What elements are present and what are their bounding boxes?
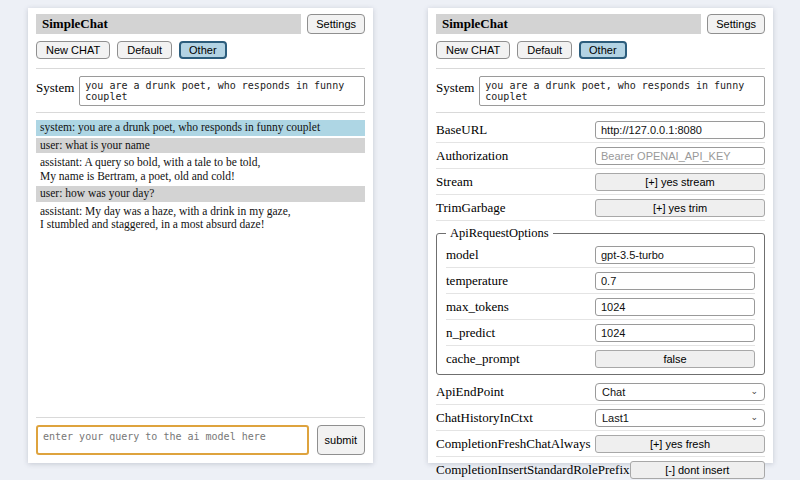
divider	[36, 417, 365, 418]
chat-message-list: system: you are a drunk poet, who respon…	[36, 120, 365, 235]
divider	[36, 112, 365, 113]
app-title: SimpleChat	[436, 14, 701, 34]
setting-label: CompletionFreshChatAlways	[436, 436, 591, 452]
max-tokens-input[interactable]	[595, 298, 755, 316]
setting-row-cache-prompt: cache_promptfalse	[446, 346, 755, 371]
apiendpoint-selected-value: Chat	[602, 386, 625, 398]
setting-row-temperature: temperature	[446, 268, 755, 294]
setting-label: temperature	[446, 273, 508, 289]
setting-control-slot	[595, 121, 765, 139]
completioninsertstandardroleprefix-toggle-button[interactable]: [-] dont insert	[630, 461, 765, 479]
query-input[interactable]	[36, 425, 309, 455]
setting-row-model: model	[446, 242, 755, 268]
system-label: System	[436, 76, 474, 96]
temperature-input[interactable]	[595, 272, 755, 290]
settings-rows-bottom: ApiEndPointChat⌄ChatHistoryInCtxtLast1⌄C…	[436, 379, 765, 480]
session-row: New CHAT Default Other	[36, 41, 365, 59]
session-default-button[interactable]: Default	[117, 41, 172, 59]
chathistoryinctxt-selected-value: Last1	[602, 412, 629, 424]
chat-message-assistant: assistant: A query so bold, with a tale …	[36, 155, 365, 184]
setting-row-baseurl: BaseURL	[436, 117, 765, 143]
session-default-button[interactable]: Default	[517, 41, 572, 59]
setting-label: Authorization	[436, 148, 508, 164]
title-row: SimpleChat Settings	[436, 14, 765, 34]
submit-button[interactable]: submit	[317, 425, 365, 455]
setting-label: ChatHistoryInCtxt	[436, 410, 533, 426]
trimgarbage-toggle-button[interactable]: [+] yes trim	[595, 199, 765, 217]
setting-row-trimgarbage: TrimGarbage[+] yes trim	[436, 195, 765, 221]
setting-label: CompletionInsertStandardRolePrefix	[436, 462, 630, 478]
setting-row-authorization: Authorization	[436, 143, 765, 169]
setting-label: TrimGarbage	[436, 200, 506, 216]
setting-row-apiendpoint: ApiEndPointChat⌄	[436, 379, 765, 405]
chat-message-system: system: you are a drunk poet, who respon…	[36, 120, 365, 136]
setting-control-slot	[595, 272, 755, 290]
setting-row-max-tokens: max_tokens	[446, 294, 755, 320]
settings-rows-top: BaseURLAuthorizationStream[+] yes stream…	[436, 117, 765, 221]
setting-label: model	[446, 247, 479, 263]
setting-control-slot: [+] yes trim	[595, 199, 765, 217]
system-prompt-row: System you are a drunk poet, who respond…	[436, 76, 765, 106]
chat-message-assistant: assistant: My day was a haze, with a dri…	[36, 204, 365, 233]
divider	[36, 68, 365, 69]
query-row: submit	[36, 425, 365, 455]
api-request-options-group: ApiRequestOptions modeltemperaturemax_to…	[436, 226, 765, 375]
setting-control-slot: [-] dont insert	[630, 461, 765, 479]
stream-toggle-button[interactable]: [+] yes stream	[595, 173, 765, 191]
authorization-input[interactable]	[595, 147, 765, 165]
title-row: SimpleChat Settings	[36, 14, 365, 34]
chat-message-user: user: how was your day?	[36, 186, 365, 202]
divider	[436, 112, 765, 113]
setting-control-slot: false	[595, 350, 755, 368]
settings-button[interactable]: Settings	[707, 14, 765, 34]
setting-row-completioninsertstandardroleprefix: CompletionInsertStandardRolePrefix[-] do…	[436, 457, 765, 480]
completionfreshchatalways-toggle-button[interactable]: [+] yes fresh	[595, 435, 765, 453]
session-row: New CHAT Default Other	[436, 41, 765, 59]
setting-control-slot	[595, 147, 765, 165]
settings-panel: SimpleChat Settings New CHAT Default Oth…	[428, 8, 773, 463]
chevron-down-icon: ⌄	[750, 413, 758, 422]
chevron-down-icon: ⌄	[750, 387, 758, 396]
system-prompt-row: System you are a drunk poet, who respond…	[36, 76, 365, 106]
n-predict-input[interactable]	[595, 324, 755, 342]
spacer	[36, 235, 365, 413]
setting-label: cache_prompt	[446, 351, 520, 367]
session-other-button[interactable]: Other	[579, 41, 627, 59]
setting-control-slot	[595, 324, 755, 342]
settings-button[interactable]: Settings	[307, 14, 365, 34]
setting-row-chathistoryinctxt: ChatHistoryInCtxtLast1⌄	[436, 405, 765, 431]
apiendpoint-select[interactable]: Chat⌄	[595, 383, 765, 401]
system-label: System	[36, 76, 74, 96]
new-chat-button[interactable]: New CHAT	[36, 41, 110, 59]
setting-control-slot	[595, 246, 755, 264]
divider	[436, 68, 765, 69]
baseurl-input[interactable]	[595, 121, 765, 139]
setting-label: n_predict	[446, 325, 495, 341]
settings-rows-group: modeltemperaturemax_tokensn_predictcache…	[446, 242, 755, 371]
chat-panel: SimpleChat Settings New CHAT Default Oth…	[28, 8, 373, 463]
api-request-options-legend: ApiRequestOptions	[446, 226, 553, 241]
cache-prompt-toggle-button[interactable]: false	[595, 350, 755, 368]
setting-control-slot	[595, 298, 755, 316]
setting-label: max_tokens	[446, 299, 509, 315]
chat-message-user: user: what is your name	[36, 138, 365, 154]
setting-label: BaseURL	[436, 122, 487, 138]
app-title: SimpleChat	[36, 14, 301, 34]
setting-control-slot: [+] yes stream	[595, 173, 765, 191]
system-prompt-textarea[interactable]: you are a drunk poet, who responds in fu…	[79, 76, 365, 106]
setting-row-n-predict: n_predict	[446, 320, 755, 346]
setting-row-stream: Stream[+] yes stream	[436, 169, 765, 195]
model-input[interactable]	[595, 246, 755, 264]
new-chat-button[interactable]: New CHAT	[436, 41, 510, 59]
setting-label: ApiEndPoint	[436, 384, 504, 400]
session-other-button[interactable]: Other	[179, 41, 227, 59]
setting-label: Stream	[436, 174, 473, 190]
setting-control-slot: Last1⌄	[595, 409, 765, 427]
chathistoryinctxt-select[interactable]: Last1⌄	[595, 409, 765, 427]
setting-row-completionfreshchatalways: CompletionFreshChatAlways[+] yes fresh	[436, 431, 765, 457]
system-prompt-textarea[interactable]: you are a drunk poet, who responds in fu…	[479, 76, 765, 106]
setting-control-slot: [+] yes fresh	[595, 435, 765, 453]
setting-control-slot: Chat⌄	[595, 383, 765, 401]
